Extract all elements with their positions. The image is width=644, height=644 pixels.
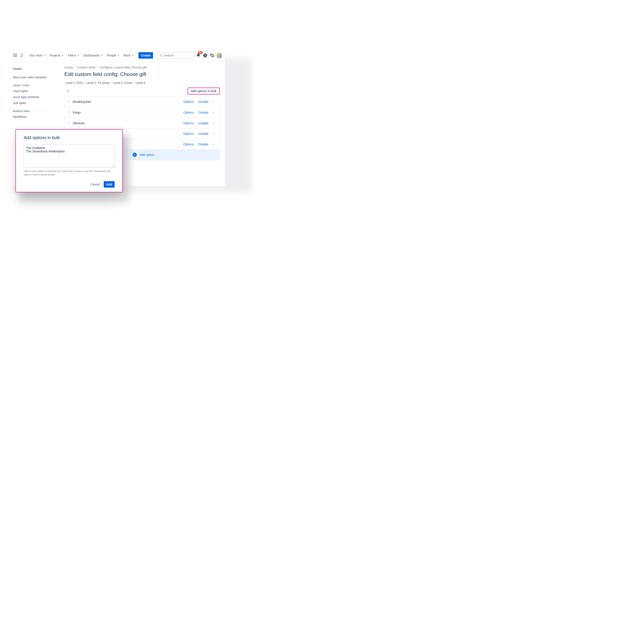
- nav-dashboards[interactable]: Dashboards: [82, 52, 105, 58]
- svg-point-19: [69, 111, 69, 111]
- breadcrumb-custom-fields[interactable]: Custom fields: [77, 66, 96, 69]
- svg-point-27: [69, 123, 69, 123]
- top-navigation: Your work Projects Filters Dashboards Pe…: [10, 49, 225, 61]
- option-row: Breaking Bad Options Disable ›: [65, 96, 220, 107]
- breadcrumb-issues[interactable]: Issues: [64, 66, 73, 69]
- gear-icon: [210, 53, 214, 58]
- chevron-down-icon: [100, 54, 103, 57]
- option-name: Sherlock: [73, 122, 179, 125]
- option-disable-button[interactable]: Disable: [198, 111, 208, 114]
- svg-point-16: [68, 102, 68, 103]
- notifications-button[interactable]: 9+: [195, 52, 202, 59]
- option-options-button[interactable]: Options: [183, 122, 194, 125]
- drag-handle-icon[interactable]: [68, 111, 71, 114]
- option-options-button[interactable]: Options: [183, 143, 194, 146]
- chevron-down-icon: [117, 54, 120, 57]
- sidebar-item-issue-types[interactable]: Issue types: [13, 88, 56, 94]
- sort-button[interactable]: [64, 89, 70, 93]
- svg-point-18: [68, 111, 68, 111]
- svg-point-29: [69, 124, 69, 124]
- sidebar-item-transition[interactable]: New issue view transition: [13, 74, 56, 80]
- sidebar-item-sub-tasks[interactable]: Sub-tasks: [13, 100, 56, 106]
- sidebar-heading-workflows: Workflows: [13, 106, 56, 114]
- option-options-button[interactable]: Options: [183, 100, 194, 103]
- app-switcher-icon[interactable]: [12, 52, 18, 58]
- plus-circle-icon: +: [132, 153, 137, 157]
- svg-rect-8: [16, 56, 17, 57]
- help-button[interactable]: ?: [202, 52, 209, 59]
- add-options-in-bulk-button[interactable]: Add options in bulk: [188, 88, 220, 94]
- level-path: Level 1: DVD/ Level 2: TV show/ Level 3:…: [64, 81, 220, 85]
- sidebar-item-workflows[interactable]: Workflows: [13, 114, 56, 120]
- create-button[interactable]: Create: [138, 52, 153, 59]
- add-options-dialog: Add options in bulk Type in each option …: [15, 129, 123, 192]
- chevron-down-icon: [43, 54, 46, 57]
- breadcrumb-current: Configure custom field: Choose gift: [100, 66, 147, 69]
- svg-point-14: [68, 101, 68, 102]
- settings-button[interactable]: [209, 52, 216, 59]
- svg-point-20: [68, 112, 68, 112]
- sidebar-heading-issue-types: Issue types: [13, 80, 56, 88]
- option-row: Sherlock Options Disable ›: [65, 118, 220, 129]
- svg-rect-2: [16, 54, 17, 54]
- svg-point-28: [68, 124, 68, 124]
- option-options-button[interactable]: Options: [183, 111, 194, 114]
- svg-rect-1: [15, 54, 15, 54]
- chevron-down-icon: [77, 54, 79, 57]
- option-disable-button[interactable]: Disable: [198, 143, 208, 146]
- drag-handle-icon[interactable]: [68, 100, 71, 103]
- nav-people[interactable]: People: [105, 52, 122, 58]
- option-disable-button[interactable]: Disable: [198, 122, 208, 125]
- bulk-options-textarea[interactable]: [24, 144, 115, 168]
- level-1[interactable]: Level 1: DVD: [65, 81, 83, 85]
- svg-rect-4: [15, 55, 15, 56]
- nav-more[interactable]: More: [122, 52, 136, 58]
- nav-filters[interactable]: Filters: [66, 52, 81, 58]
- option-disable-button[interactable]: Disable: [198, 100, 208, 103]
- level-3[interactable]: Level 3: Crime: [113, 81, 132, 85]
- avatar[interactable]: [216, 53, 222, 58]
- sidebar-section-issues[interactable]: Issues: [13, 66, 56, 74]
- nav-your-work[interactable]: Your work: [27, 52, 48, 58]
- search-input[interactable]: [164, 54, 193, 57]
- chevron-right-icon[interactable]: ›: [211, 143, 217, 146]
- svg-rect-5: [16, 55, 17, 56]
- level-2[interactable]: Level 2: TV show: [86, 81, 109, 85]
- global-search[interactable]: [158, 52, 195, 59]
- add-option-label: Add option: [140, 153, 154, 156]
- help-icon: ?: [203, 53, 208, 58]
- svg-point-12: [68, 100, 68, 100]
- add-button[interactable]: Add: [104, 181, 115, 188]
- svg-rect-3: [14, 55, 14, 56]
- chevron-right-icon[interactable]: ›: [211, 100, 217, 103]
- svg-point-13: [69, 100, 69, 100]
- nav-projects[interactable]: Projects: [48, 52, 66, 58]
- chevron-down-icon: [61, 54, 64, 57]
- chevron-right-icon[interactable]: ›: [211, 111, 217, 114]
- svg-point-21: [69, 112, 69, 112]
- page-title: Edit custom field config: Choose gift: [64, 71, 220, 77]
- drag-handle-icon[interactable]: [68, 121, 71, 125]
- svg-point-25: [69, 122, 69, 122]
- breadcrumb: Issues/ Custom fields/ Configure custom …: [64, 66, 220, 69]
- search-icon: [160, 54, 163, 57]
- option-disable-button[interactable]: Disable: [198, 132, 208, 135]
- chevron-down-icon: [131, 54, 134, 57]
- svg-point-22: [68, 113, 68, 113]
- svg-rect-7: [15, 56, 15, 57]
- svg-point-15: [69, 101, 69, 102]
- svg-point-9: [160, 54, 162, 56]
- sidebar-item-issue-type-schemes[interactable]: Issue type schemes: [13, 94, 56, 100]
- option-options-button[interactable]: Options: [183, 132, 194, 135]
- svg-point-17: [69, 102, 69, 103]
- svg-rect-6: [14, 56, 14, 57]
- option-name: Fargo: [73, 111, 179, 114]
- chevron-right-icon[interactable]: ›: [211, 132, 217, 135]
- svg-point-26: [68, 123, 68, 123]
- option-row: Fargo Options Disable ›: [65, 107, 220, 118]
- cancel-button[interactable]: Cancel: [88, 181, 102, 188]
- svg-point-24: [68, 122, 68, 122]
- dialog-help-text: Type in each option in separate line. Us…: [24, 170, 115, 176]
- chevron-right-icon[interactable]: ›: [211, 122, 217, 125]
- jira-logo-icon[interactable]: [19, 52, 25, 58]
